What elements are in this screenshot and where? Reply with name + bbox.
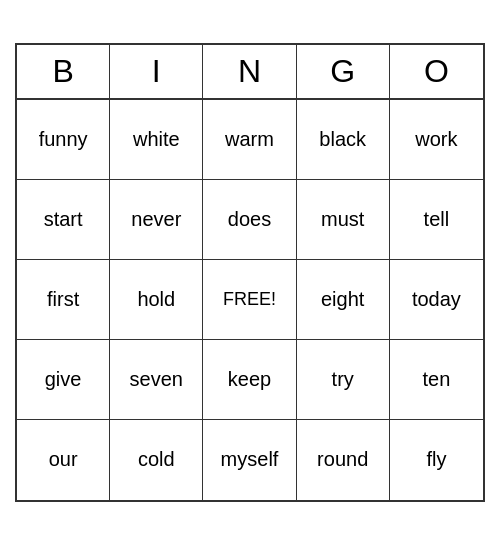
bingo-cell-r2-c1[interactable]: hold	[110, 260, 203, 340]
bingo-cell-r4-c0[interactable]: our	[17, 420, 110, 500]
bingo-cell-r3-c3[interactable]: try	[297, 340, 390, 420]
bingo-cell-r0-c2[interactable]: warm	[203, 100, 296, 180]
bingo-cell-r4-c3[interactable]: round	[297, 420, 390, 500]
bingo-cell-r4-c4[interactable]: fly	[390, 420, 483, 500]
bingo-cell-r1-c1[interactable]: never	[110, 180, 203, 260]
bingo-cell-r1-c4[interactable]: tell	[390, 180, 483, 260]
bingo-cell-r3-c1[interactable]: seven	[110, 340, 203, 420]
bingo-cell-r3-c4[interactable]: ten	[390, 340, 483, 420]
bingo-header-letter: B	[17, 45, 110, 98]
bingo-grid: funnywhitewarmblackworkstartneverdoesmus…	[17, 100, 483, 500]
bingo-cell-r0-c1[interactable]: white	[110, 100, 203, 180]
bingo-cell-r1-c0[interactable]: start	[17, 180, 110, 260]
bingo-cell-r2-c3[interactable]: eight	[297, 260, 390, 340]
bingo-header-letter: G	[297, 45, 390, 98]
bingo-cell-r1-c3[interactable]: must	[297, 180, 390, 260]
bingo-card: BINGO funnywhitewarmblackworkstartneverd…	[15, 43, 485, 502]
bingo-cell-r0-c3[interactable]: black	[297, 100, 390, 180]
bingo-cell-r4-c1[interactable]: cold	[110, 420, 203, 500]
bingo-header: BINGO	[17, 45, 483, 100]
bingo-cell-r2-c4[interactable]: today	[390, 260, 483, 340]
bingo-header-letter: O	[390, 45, 483, 98]
bingo-cell-r3-c0[interactable]: give	[17, 340, 110, 420]
bingo-cell-r4-c2[interactable]: myself	[203, 420, 296, 500]
bingo-cell-r2-c0[interactable]: first	[17, 260, 110, 340]
bingo-header-letter: I	[110, 45, 203, 98]
bingo-cell-r0-c0[interactable]: funny	[17, 100, 110, 180]
bingo-cell-r1-c2[interactable]: does	[203, 180, 296, 260]
bingo-cell-r3-c2[interactable]: keep	[203, 340, 296, 420]
bingo-cell-r0-c4[interactable]: work	[390, 100, 483, 180]
bingo-cell-r2-c2[interactable]: FREE!	[203, 260, 296, 340]
bingo-header-letter: N	[203, 45, 296, 98]
